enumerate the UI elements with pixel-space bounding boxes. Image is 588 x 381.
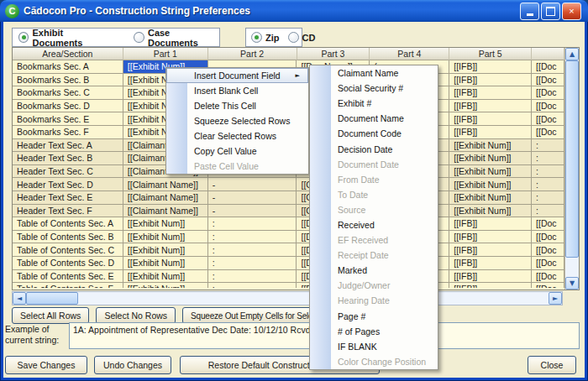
- row-label[interactable]: Table of Contents Sec. F: [13, 283, 123, 288]
- cell-part-2[interactable]: :: [208, 257, 297, 270]
- cell-part-5[interactable]: [[IFB]]: [449, 217, 532, 231]
- cell-part-1[interactable]: [[Claimant Name]]: [123, 205, 208, 218]
- row-label[interactable]: Bookmarks Sec. A: [13, 60, 123, 74]
- row-label[interactable]: Table of Contents Sec. C: [13, 243, 123, 257]
- maximize-button[interactable]: [541, 3, 560, 20]
- cell-part-6[interactable]: :: [532, 178, 564, 191]
- menu-item[interactable]: Claimant Name: [310, 65, 438, 81]
- menu-item[interactable]: IF BLANK: [310, 339, 438, 354]
- undo-changes-button[interactable]: Undo Changes: [94, 356, 171, 374]
- cell-part-6[interactable]: :: [532, 191, 564, 205]
- cell-part-5[interactable]: [[IFB]]: [449, 270, 532, 284]
- scroll-down-icon[interactable]: ▼: [565, 277, 579, 290]
- cell-part-5[interactable]: [[IFB]]: [449, 74, 532, 87]
- cell-part-5[interactable]: [[Exhibit Num]]: [449, 139, 532, 153]
- cell-part-2[interactable]: :: [208, 231, 297, 244]
- select-no-rows-button[interactable]: Select No Rows: [96, 307, 176, 324]
- cell-part-6[interactable]: [[Doc: [532, 60, 564, 74]
- cell-part-5[interactable]: [[Exhibit Num]]: [449, 205, 532, 218]
- radio-cd[interactable]: CD: [288, 32, 316, 43]
- cell-part-6[interactable]: :: [532, 165, 564, 179]
- row-label[interactable]: Bookmarks Sec. F: [13, 126, 123, 139]
- close-button[interactable]: Close: [528, 356, 576, 374]
- table-row[interactable]: Header Text Sec. F[[Claimant Name]]-[[C[…: [13, 205, 564, 218]
- cell-part-1[interactable]: [[Exhibit Num]]: [123, 243, 208, 257]
- cell-part-5[interactable]: [[IFB]]: [449, 112, 532, 126]
- cell-part-6[interactable]: [[Doc: [532, 217, 564, 231]
- cell-part-2[interactable]: :: [208, 217, 297, 231]
- cell-part-6[interactable]: [[Doc: [532, 100, 564, 113]
- radio-zip[interactable]: Zip: [251, 32, 280, 43]
- vertical-scrollbar[interactable]: ▲ ▼: [564, 48, 579, 290]
- scroll-up-icon[interactable]: ▲: [565, 48, 579, 60]
- menu-item[interactable]: Decision Date: [310, 141, 438, 156]
- menu-item[interactable]: Document Name: [310, 111, 438, 126]
- cell-part-6[interactable]: [[Doc: [532, 112, 564, 126]
- cell-part-5[interactable]: [[IFB]]: [449, 243, 532, 257]
- row-label[interactable]: Table of Contents Sec. A: [13, 217, 123, 231]
- menu-item[interactable]: Marked: [310, 263, 438, 278]
- menu-item[interactable]: Exhibit #: [310, 96, 438, 111]
- row-label[interactable]: Bookmarks Sec. D: [13, 100, 123, 113]
- cell-part-2[interactable]: :: [208, 243, 297, 257]
- menu-item[interactable]: Received: [310, 217, 438, 232]
- table-row[interactable]: Table of Contents Sec. D[[Exhibit Num]]:…: [13, 257, 564, 270]
- row-label[interactable]: Header Text Sec. B: [13, 152, 123, 165]
- cell-part-5[interactable]: [[IFB]]: [449, 231, 532, 244]
- menu-item[interactable]: Delete This Cell: [166, 98, 308, 113]
- menu-item[interactable]: Social Security #: [310, 81, 438, 96]
- cell-part-1[interactable]: [[Exhibit Num]]: [123, 270, 208, 284]
- cell-part-5[interactable]: [[Exhibit Num]]: [449, 165, 532, 179]
- cell-part-1[interactable]: [[Exhibit Num]]: [123, 257, 208, 270]
- menu-item[interactable]: Squeeze Selected Rows: [166, 113, 308, 128]
- cell-part-6[interactable]: [[Doc: [532, 126, 564, 139]
- cell-part-6[interactable]: [[Doc: [532, 86, 564, 100]
- menu-item[interactable]: Clear Selected Rows: [166, 128, 308, 144]
- menu-item[interactable]: Insert Blank Cell: [166, 83, 308, 98]
- cell-part-6[interactable]: [[Doc: [532, 283, 564, 288]
- cell-part-5[interactable]: [[Exhibit Num]]: [449, 191, 532, 205]
- menu-item[interactable]: # of Pages: [310, 324, 438, 339]
- cell-part-6[interactable]: [[Doc: [532, 74, 564, 87]
- cell-part-2[interactable]: :: [208, 270, 297, 284]
- radio-case-documents[interactable]: Case Documents: [134, 28, 219, 48]
- row-label[interactable]: Bookmarks Sec. B: [13, 74, 123, 87]
- cell-part-6[interactable]: [[Doc: [532, 243, 564, 257]
- table-row[interactable]: Table of Contents Sec. A[[Exhibit Num]]:…: [13, 217, 564, 231]
- row-label[interactable]: Table of Contents Sec. B: [13, 231, 123, 244]
- cell-part-6[interactable]: :: [532, 205, 564, 218]
- menu-item[interactable]: Page #: [310, 309, 438, 324]
- cell-part-6[interactable]: [[Doc: [532, 270, 564, 284]
- cell-part-6[interactable]: :: [532, 139, 564, 153]
- cell-part-5[interactable]: [[IFB]]: [449, 126, 532, 139]
- vertical-scroll-track[interactable]: [565, 258, 579, 277]
- menu-item[interactable]: Document Code: [310, 126, 438, 141]
- row-label[interactable]: Header Text Sec. A: [13, 139, 123, 153]
- horizontal-scroll-thumb[interactable]: [26, 292, 78, 305]
- row-label[interactable]: Header Text Sec. F: [13, 205, 123, 218]
- cell-part-5[interactable]: [[Exhibit Num]]: [449, 152, 532, 165]
- table-row[interactable]: Table of Contents Sec. B[[Exhibit Num]]:…: [13, 231, 564, 244]
- scroll-right-icon[interactable]: ►: [549, 292, 562, 305]
- cell-part-1[interactable]: [[Exhibit Num]]: [123, 231, 208, 244]
- cell-part-6[interactable]: [[Doc: [532, 231, 564, 244]
- row-label[interactable]: Table of Contents Sec. E: [13, 270, 123, 284]
- menu-item[interactable]: Copy Cell Value: [166, 144, 308, 159]
- cell-part-2[interactable]: -: [208, 191, 297, 205]
- save-changes-button[interactable]: Save Changes: [5, 356, 87, 374]
- cell-part-1[interactable]: [[Claimant Name]]: [123, 178, 208, 191]
- cell-part-5[interactable]: [[Exhibit Num]]: [449, 178, 532, 191]
- cell-part-6[interactable]: :: [532, 152, 564, 165]
- select-all-rows-button[interactable]: Select All Rows: [12, 307, 89, 324]
- cell-part-2[interactable]: :: [208, 283, 297, 288]
- table-row[interactable]: Header Text Sec. D[[Claimant Name]]-[[C[…: [13, 178, 564, 191]
- cell-part-1[interactable]: [[Exhibit Num]]: [123, 283, 208, 288]
- cell-part-2[interactable]: -: [208, 178, 297, 191]
- row-label[interactable]: Header Text Sec. C: [13, 165, 123, 179]
- vertical-scroll-thumb[interactable]: [565, 60, 579, 258]
- close-window-button[interactable]: ×: [562, 3, 581, 20]
- table-row[interactable]: Table of Contents Sec. C[[Exhibit Num]]:…: [13, 243, 564, 257]
- minimize-button[interactable]: [520, 3, 539, 20]
- cell-part-6[interactable]: [[Doc: [532, 257, 564, 270]
- menu-item[interactable]: Insert Document Field►: [166, 68, 308, 83]
